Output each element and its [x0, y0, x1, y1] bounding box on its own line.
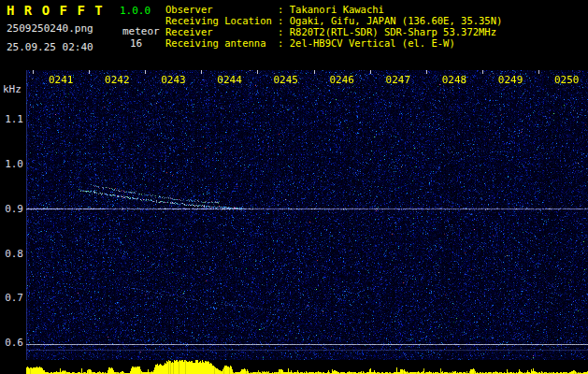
spectrogram-canvas — [26, 70, 588, 360]
time-tick-label: 0250 — [554, 74, 580, 86]
time-tick-label: 0245 — [273, 74, 298, 86]
info-value: : Takanori Kawachi — [278, 4, 384, 15]
info-value: : 2el-HB9CV Vertical (el. E-W) — [278, 37, 455, 49]
time-tick-label: 0246 — [330, 74, 355, 86]
time-tick-label: 0241 — [49, 74, 74, 86]
freq-tick-label: 0.7 — [0, 292, 23, 304]
freq-tick-label: 1.0 — [0, 158, 23, 170]
time-tick-label: 0243 — [161, 74, 186, 86]
freq-tick-label: 0.9 — [0, 203, 23, 215]
freq-tick-label: 0.6 — [0, 337, 23, 349]
info-value: : Ogaki, Gifu, JAPAN (136.60E, 35.35N) — [278, 15, 502, 26]
app-version: 1.0.0 — [120, 5, 151, 17]
info-label: Receiving antenna — [165, 37, 278, 49]
freq-tick-label: 1.1 — [0, 113, 23, 125]
echo-count: 16 — [130, 37, 142, 50]
info-label: Receiving Location — [165, 15, 278, 26]
info-row: Receiving antenna: 2el-HB9CV Vertical (e… — [165, 37, 502, 49]
app-title: H R O F F T — [7, 3, 104, 18]
time-tick-label: 0247 — [386, 74, 411, 86]
freq-tick-label: 0.8 — [0, 248, 23, 260]
info-label: Receiver — [165, 26, 278, 37]
info-label: Observer — [165, 4, 278, 15]
hrofft-output-screen: H R O F F T 1.0.0 2509250240.png meteor … — [0, 0, 588, 374]
observation-datetime: 25.09.25 02:40 — [7, 41, 93, 53]
observation-mode-label: meteor — [122, 25, 160, 37]
time-tick-label: 0242 — [105, 74, 130, 86]
info-value: : R820T2(RTL-SDR) SDR-Sharp 53.372MHz — [278, 26, 496, 37]
output-filename: 2509250240.png — [7, 22, 93, 35]
time-tick-label: 0248 — [442, 74, 467, 86]
info-row: Receiving Location: Ogaki, Gifu, JAPAN (… — [165, 15, 502, 26]
info-row: Receiver: R820T2(RTL-SDR) SDR-Sharp 53.3… — [165, 26, 502, 37]
time-tick-label: 0249 — [498, 74, 523, 86]
time-tick-label: 0244 — [217, 74, 242, 86]
observer-info-block: Observer: Takanori KawachiReceiving Loca… — [165, 4, 502, 49]
signal-level-strip — [26, 360, 588, 374]
info-row: Observer: Takanori Kawachi — [165, 4, 502, 15]
y-axis-unit-label: kHz — [3, 83, 22, 95]
